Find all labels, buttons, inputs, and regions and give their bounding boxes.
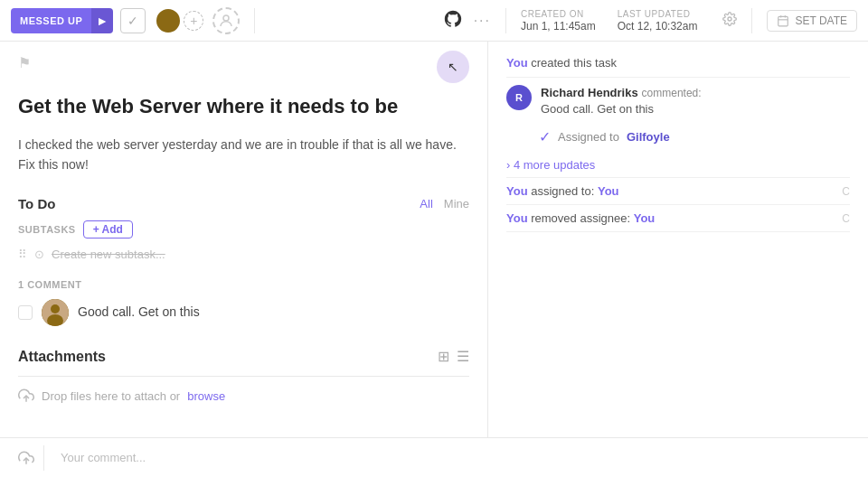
assignee-avatars: + — [155, 7, 203, 34]
activity-you-created: You — [506, 56, 528, 70]
todo-section-header: To Do All Mine — [18, 196, 469, 211]
filter-all-link[interactable]: All — [420, 197, 432, 210]
right-panel: You created this task R Richard Hendriks… — [488, 42, 868, 437]
todo-section-title: To Do — [18, 196, 55, 211]
grid-view-icon[interactable]: ⊞ — [438, 348, 449, 365]
assigned-row: ✓ Assigned to Gilfoyle — [506, 123, 850, 153]
upload-icon — [18, 388, 34, 404]
upload-text: Drop files here to attach or — [42, 389, 180, 403]
more-options-button[interactable]: ··· — [474, 13, 491, 29]
attachments-header: Attachments ⊞ ☰ — [18, 348, 469, 365]
attachments-section: Attachments ⊞ ☰ Drop files here to attac… — [18, 348, 469, 404]
avatar — [155, 7, 182, 34]
new-subtask-placeholder[interactable]: Create new subtask... — [52, 248, 165, 261]
attachments-title: Attachments — [18, 349, 106, 365]
svg-point-1 — [728, 17, 731, 21]
you-assigned-2: You — [598, 184, 619, 198]
subtasks-row: SUBTASKS + Add — [18, 220, 469, 238]
activity-comment-text: Good call. Get on this — [541, 102, 850, 116]
upload-bottom-icon — [18, 450, 34, 466]
comment-input[interactable]: Your comment... — [53, 451, 850, 464]
cursor-bubble: ↖ — [437, 51, 469, 83]
activity-removed-assignee: You removed assignee: You C — [506, 205, 850, 232]
assigned-name: Gilfoyle — [627, 130, 670, 144]
activity-commenter-avatar: R — [506, 85, 532, 110]
last-updated-meta: LAST UPDATED Oct 12, 10:32am — [618, 9, 698, 33]
activity-comment-row: R Richard Hendriks commented: Good call.… — [506, 78, 850, 123]
subtasks-label: SUBTASKS — [18, 224, 76, 235]
activity-assigned-text: You assigned to: You — [506, 184, 619, 198]
svg-rect-2 — [778, 16, 788, 25]
assigned-label: Assigned to — [558, 130, 619, 144]
list-view-icon[interactable]: ☰ — [457, 348, 469, 365]
settings-icon[interactable] — [722, 12, 737, 30]
main-content: ↖ ⚑ Get the Web Server where it needs to… — [0, 42, 868, 437]
task-flag-icon[interactable]: ⚑ — [18, 54, 469, 71]
add-assignee-button[interactable]: + — [184, 11, 203, 31]
status-badge: MESSED UP ► — [11, 8, 113, 33]
activity-created-text: created this task — [531, 56, 617, 70]
created-on-label: CREATED ON — [521, 9, 596, 19]
last-updated-value: Oct 12, 10:32am — [618, 20, 698, 33]
set-date-button[interactable]: SET DATE — [767, 10, 857, 32]
complete-button[interactable]: ✓ — [120, 8, 146, 33]
activity-comment-body: Richard Hendriks commented: Good call. G… — [541, 85, 850, 116]
commenter-action: commented: — [642, 87, 702, 99]
commenter-name: Richard Hendriks — [541, 86, 638, 99]
github-icon[interactable] — [443, 9, 463, 32]
meta-group: CREATED ON Jun 1, 11:45am LAST UPDATED O… — [521, 9, 737, 33]
comment-section: 1 COMMENT Good call. Get on this — [18, 279, 469, 326]
status-label[interactable]: MESSED UP — [11, 8, 91, 33]
comment-checkbox[interactable] — [18, 305, 33, 320]
comment-count: 1 COMMENT — [18, 279, 469, 290]
more-updates-toggle[interactable]: › 4 more updates — [506, 153, 850, 178]
svg-point-0 — [223, 15, 229, 21]
comment-avatar — [42, 299, 69, 326]
bottom-bar: Your comment... — [0, 437, 868, 477]
collapse-icon-2[interactable]: C — [842, 212, 850, 225]
cursor-icon: ↖ — [448, 60, 458, 74]
browse-link[interactable]: browse — [187, 389, 225, 403]
filter-links: All Mine — [420, 197, 469, 210]
removed-assignee-text: removed assignee: — [531, 211, 633, 225]
add-subtask-button[interactable]: + Add — [83, 220, 133, 238]
collapse-icon-1[interactable]: C — [842, 185, 850, 198]
you-assigned-1: You — [506, 184, 528, 198]
created-on-meta: CREATED ON Jun 1, 11:45am — [521, 9, 596, 33]
task-title: Get the Web Server where it needs to be — [18, 94, 469, 120]
task-description: I checked the web server yesterday and w… — [18, 135, 469, 175]
set-date-label: SET DATE — [795, 14, 847, 27]
check-icon: ✓ — [127, 14, 138, 28]
upload-area: Drop files here to attach or browse — [18, 376, 469, 404]
svg-point-7 — [51, 304, 60, 313]
status-dropdown-arrow[interactable]: ► — [91, 8, 113, 33]
filter-mine-link[interactable]: Mine — [444, 197, 469, 210]
activity-removed-text: You removed assignee: You — [506, 211, 655, 225]
left-panel: ↖ ⚑ Get the Web Server where it needs to… — [0, 42, 488, 437]
last-updated-label: LAST UPDATED — [618, 9, 698, 19]
you-removed-1: You — [506, 211, 528, 225]
created-on-value: Jun 1, 11:45am — [521, 20, 596, 33]
activity-created: You created this task — [506, 56, 850, 78]
comment-text: Good call. Get on this — [78, 299, 200, 319]
subtask-drag-icon: ⠿ — [18, 248, 27, 261]
comment-row: Good call. Get on this — [18, 299, 469, 326]
you-removed-2: You — [634, 211, 656, 225]
activity-assigned-to: You assigned to: You C — [506, 178, 850, 205]
view-toggle: ⊞ ☰ — [438, 348, 469, 365]
new-subtask-row: ⠿ ⊙ Create new subtask... — [18, 248, 469, 261]
top-bar: MESSED UP ► ✓ + ··· — [0, 0, 868, 42]
assigned-to-text: assigned to: — [531, 184, 598, 198]
assign-person-placeholder[interactable] — [212, 7, 240, 34]
assigned-check-icon: ✓ — [539, 128, 551, 145]
subtask-circle-icon: ⊙ — [34, 248, 44, 261]
